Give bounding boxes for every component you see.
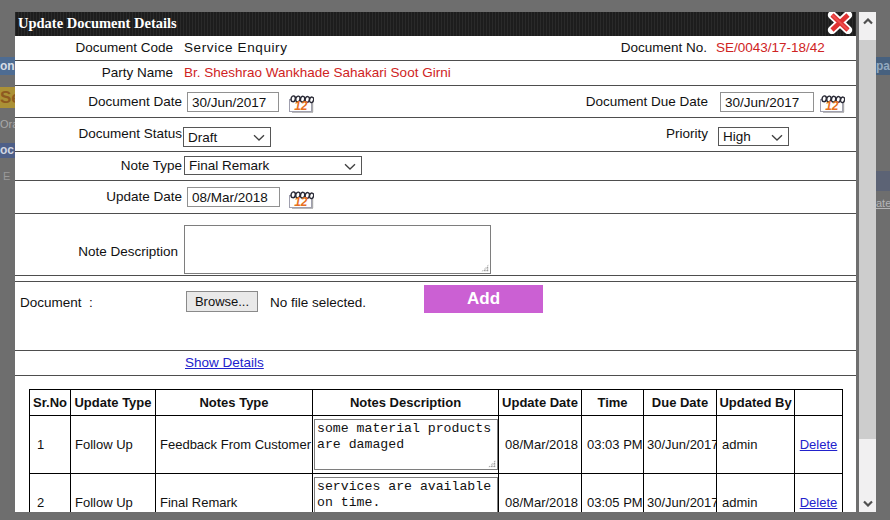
svg-text:12: 12	[294, 99, 308, 113]
svg-text:12: 12	[294, 195, 308, 209]
svg-text:12: 12	[825, 99, 839, 113]
